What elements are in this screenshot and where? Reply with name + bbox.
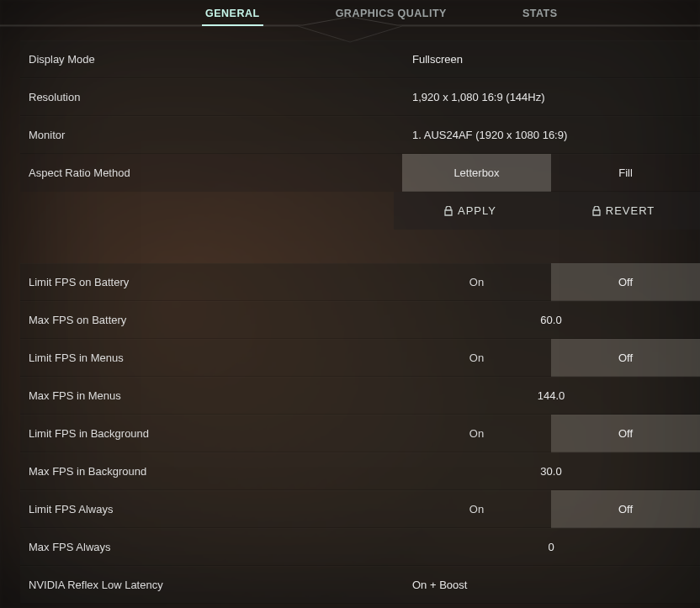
lock-icon bbox=[592, 206, 601, 216]
limit-fps-background-label: Limit FPS in Background bbox=[20, 415, 402, 452]
display-mode-value[interactable]: Fullscreen bbox=[402, 40, 700, 78]
limit-fps-background-on[interactable]: On bbox=[402, 415, 551, 452]
nvidia-reflex-value[interactable]: On + Boost bbox=[402, 566, 700, 604]
limit-fps-background-toggle: On Off bbox=[402, 415, 700, 452]
tab-stats[interactable]: STATS bbox=[522, 8, 558, 19]
limit-fps-battery-label: Limit FPS on Battery bbox=[20, 263, 402, 301]
revert-button[interactable]: REVERT bbox=[547, 192, 700, 230]
aspect-ratio-options: Letterbox Fill bbox=[402, 154, 700, 192]
limit-fps-menus-label: Limit FPS in Menus bbox=[20, 339, 402, 377]
tab-general[interactable]: GENERAL bbox=[205, 8, 260, 19]
limit-fps-menus-on[interactable]: On bbox=[402, 339, 551, 377]
resolution-label: Resolution bbox=[20, 78, 402, 116]
settings-content: Display Mode Fullscreen Resolution 1,920… bbox=[20, 40, 700, 608]
limit-fps-menus-toggle: On Off bbox=[402, 339, 700, 377]
display-mode-label: Display Mode bbox=[20, 40, 402, 78]
monitor-label: Monitor bbox=[20, 116, 402, 154]
monitor-value[interactable]: 1. AUS24AF (1920 x 1080 16:9) bbox=[402, 116, 700, 154]
max-fps-background-value[interactable]: 30.0 bbox=[402, 452, 700, 490]
apply-button[interactable]: APPLY bbox=[394, 192, 547, 230]
limit-fps-battery-off[interactable]: Off bbox=[551, 263, 700, 301]
max-fps-background-label: Max FPS in Background bbox=[20, 452, 402, 490]
max-fps-menus-value[interactable]: 144.0 bbox=[402, 377, 700, 415]
limit-fps-always-toggle: On Off bbox=[402, 490, 700, 528]
aspect-ratio-label: Aspect Ratio Method bbox=[20, 154, 402, 192]
aspect-ratio-letterbox[interactable]: Letterbox bbox=[402, 154, 551, 192]
limit-fps-always-off[interactable]: Off bbox=[551, 490, 700, 528]
max-fps-always-label: Max FPS Always bbox=[20, 528, 402, 566]
limit-fps-menus-off[interactable]: Off bbox=[551, 339, 700, 377]
aspect-ratio-fill[interactable]: Fill bbox=[551, 154, 700, 192]
limit-fps-battery-on[interactable]: On bbox=[402, 263, 551, 301]
max-fps-battery-value[interactable]: 60.0 bbox=[402, 301, 700, 339]
resolution-value[interactable]: 1,920 x 1,080 16:9 (144Hz) bbox=[402, 78, 700, 116]
limit-fps-always-label: Limit FPS Always bbox=[20, 490, 402, 528]
lock-icon bbox=[444, 206, 453, 216]
limit-fps-battery-toggle: On Off bbox=[402, 263, 700, 301]
limit-fps-always-on[interactable]: On bbox=[402, 490, 551, 528]
tab-graphics-quality[interactable]: GRAPHICS QUALITY bbox=[336, 8, 447, 19]
nvidia-reflex-label: NVIDIA Reflex Low Latency bbox=[20, 566, 402, 604]
settings-tabs: GENERAL GRAPHICS QUALITY STATS bbox=[0, 0, 700, 27]
max-fps-always-value[interactable]: 0 bbox=[402, 528, 700, 566]
display-action-bar: APPLY REVERT bbox=[394, 192, 700, 230]
apply-label: APPLY bbox=[458, 204, 496, 217]
max-fps-battery-label: Max FPS on Battery bbox=[20, 301, 402, 339]
limit-fps-background-off[interactable]: Off bbox=[551, 415, 700, 452]
max-fps-menus-label: Max FPS in Menus bbox=[20, 377, 402, 415]
revert-label: REVERT bbox=[606, 204, 655, 217]
